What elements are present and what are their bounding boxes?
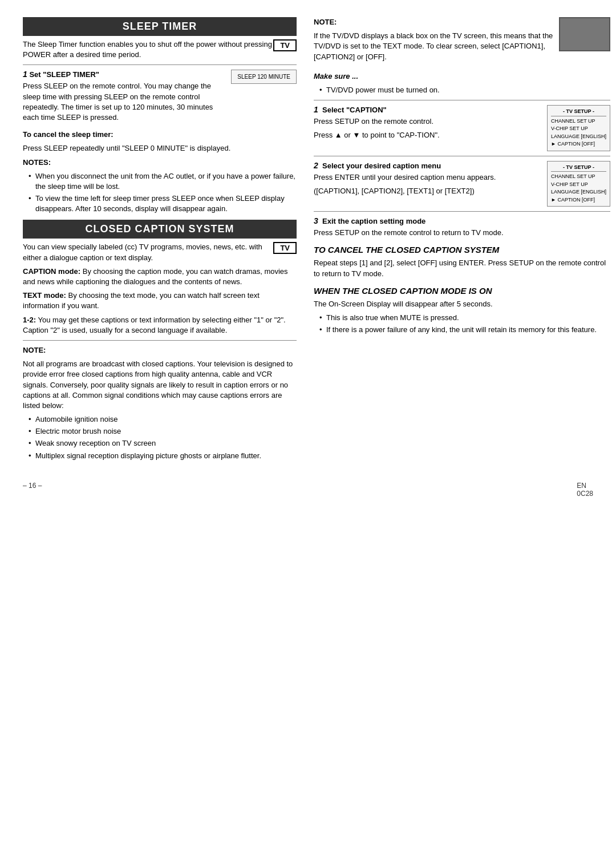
noise-item-4: Multiplex signal reception displaying pi… bbox=[29, 451, 297, 461]
right-column: NOTE: If the TV/DVD displays a black box… bbox=[314, 17, 610, 465]
caption-step1: 1 Select "CAPTION" Press SETUP on the re… bbox=[314, 105, 610, 151]
cancel-section: TO CANCEL THE CLOSED CAPTION SYSTEM Repe… bbox=[314, 245, 610, 278]
footer-page: – 16 – bbox=[23, 482, 42, 498]
step1-heading: 1 Set "SLEEP TIMER" bbox=[23, 70, 225, 79]
closed-caption-header: CLOSED CAPTION SYSTEM bbox=[23, 220, 297, 239]
caption-step3-body: Press SETUP on the remote control to ret… bbox=[314, 228, 610, 238]
sleep-display-text: SLEEP 120 MINUTE bbox=[237, 74, 290, 80]
note-item-2: To view the time left for sleep timer pr… bbox=[29, 193, 297, 214]
caption-mode-para: CAPTION mode: By choosing the caption mo… bbox=[23, 266, 297, 287]
menu2-line2: V-CHIP SET UP bbox=[551, 181, 606, 189]
make-sure-label: Make sure ... bbox=[314, 71, 610, 82]
tv-badge-caption: TV bbox=[273, 242, 297, 254]
step1-number: 1 bbox=[23, 70, 27, 79]
caption-noise-list: Automobile ignition noise Electric motor… bbox=[23, 414, 297, 461]
when-item-1: This is also true when MUTE is pressed. bbox=[319, 313, 610, 323]
divider-right-2 bbox=[314, 156, 610, 156]
sleep-timer-section: SLEEP TIMER TV The Sleep Timer function … bbox=[23, 17, 297, 214]
menu2-line4: ► CAPTION [OFF] bbox=[551, 196, 606, 204]
page-footer: – 16 – EN 0C28 bbox=[23, 482, 593, 498]
sleep-timer-step1-text: 1 Set "SLEEP TIMER" Press SLEEP on the r… bbox=[23, 70, 225, 126]
divider-right-1 bbox=[314, 100, 610, 100]
make-sure-list: TV/DVD power must be turned on. bbox=[314, 85, 610, 95]
text-mode-bold: TEXT mode: bbox=[23, 291, 66, 300]
menu2-line1: CHANNEL SET UP bbox=[551, 173, 606, 181]
divider-1 bbox=[23, 64, 297, 65]
footer-en: EN bbox=[577, 482, 586, 490]
tv-badge-sleep: TV bbox=[273, 39, 297, 51]
caption-step1-title: Select "CAPTION" bbox=[322, 106, 387, 114]
dark-screen-box bbox=[559, 17, 610, 51]
note-item-1: When you disconnect the unit from the AC… bbox=[29, 171, 297, 192]
when-title: WHEN THE CLOSED CAPTION MODE IS ON bbox=[314, 286, 610, 296]
caption-step3-heading: 3 Exit the caption setting mode bbox=[314, 216, 610, 225]
caption-note-text: Not all programs are broadcast with clos… bbox=[23, 359, 297, 411]
menu1-line1: CHANNEL SET UP bbox=[551, 118, 606, 126]
make-sure-block: Make sure ... TV/DVD power must be turne… bbox=[314, 71, 610, 95]
menu2-line3: LANGUAGE [ENGLISH] bbox=[551, 188, 606, 196]
note-body: If the TV/DVD displays a black box on th… bbox=[314, 31, 553, 62]
caption-step2-text: 2 Select your desired caption menu Press… bbox=[314, 161, 541, 200]
caption-step1-heading: 1 Select "CAPTION" bbox=[314, 105, 541, 114]
caption-step1-num: 1 bbox=[314, 105, 318, 114]
note-block: NOTE: If the TV/DVD displays a black box… bbox=[314, 17, 610, 66]
noise-item-3: Weak snowy reception on TV screen bbox=[29, 438, 297, 449]
caption-step3-title: Exit the caption setting mode bbox=[322, 217, 425, 225]
caption-step3: 3 Exit the caption setting mode Press SE… bbox=[314, 216, 610, 238]
text-mode-para: TEXT mode: By choosing the text mode, yo… bbox=[23, 290, 297, 311]
when-section: WHEN THE CLOSED CAPTION MODE IS ON The O… bbox=[314, 286, 610, 336]
caption-step2-heading: 2 Select your desired caption menu bbox=[314, 161, 541, 170]
menu1-line2: V-CHIP SET UP bbox=[551, 125, 606, 133]
menu2-title: - TV SETUP - bbox=[551, 164, 606, 172]
noise-item-1: Automobile ignition noise bbox=[29, 414, 297, 425]
footer-en-code: EN 0C28 bbox=[577, 482, 593, 498]
menu1-title: - TV SETUP - bbox=[551, 108, 606, 116]
tv-setup-menu2: - TV SETUP - CHANNEL SET UP V-CHIP SET U… bbox=[547, 161, 610, 207]
cancel-text: Press SLEEP repeatedly until "SLEEP 0 MI… bbox=[23, 143, 297, 154]
noise-item-2: Electric motor brush noise bbox=[29, 426, 297, 437]
divider-right-3 bbox=[314, 211, 610, 212]
onetwo-text: You may get these captions or text infor… bbox=[23, 316, 286, 334]
left-column: SLEEP TIMER TV The Sleep Timer function … bbox=[23, 17, 297, 465]
caption-step1-body2: Press ▲ or ▼ to point to "CAP-TION". bbox=[314, 130, 541, 140]
caption-step1-text: 1 Select "CAPTION" Press SETUP on the re… bbox=[314, 105, 541, 144]
notes-label: NOTES: bbox=[23, 158, 297, 168]
sleep-timer-intro: The Sleep Timer function enables you to … bbox=[23, 39, 297, 60]
caption-step2-num: 2 bbox=[314, 161, 318, 170]
onetwo-bold: 1-2: bbox=[23, 316, 36, 324]
when-body: The On-Screen Display will disappear aft… bbox=[314, 299, 610, 309]
note-text-block: NOTE: If the TV/DVD displays a black box… bbox=[314, 17, 553, 66]
caption-intro: You can view specially labeled (cc) TV p… bbox=[23, 242, 297, 263]
closed-caption-section: CLOSED CAPTION SYSTEM TV You can view sp… bbox=[23, 220, 297, 461]
sleep-timer-step1: 1 Set "SLEEP TIMER" Press SLEEP on the r… bbox=[23, 70, 297, 126]
caption-step1-body1: Press SETUP on the remote control. bbox=[314, 116, 541, 127]
make-sure-item: TV/DVD power must be turned on. bbox=[319, 85, 610, 95]
menu1-line3: LANGUAGE [ENGLISH] bbox=[551, 133, 606, 141]
sleep-timer-header: SLEEP TIMER bbox=[23, 17, 297, 36]
cancel-title: TO CANCEL THE CLOSED CAPTION SYSTEM bbox=[314, 245, 610, 255]
when-list: This is also true when MUTE is pressed. … bbox=[314, 313, 610, 335]
onetwo-para: 1-2: You may get these captions or text … bbox=[23, 315, 297, 336]
note-label: NOTE: bbox=[314, 18, 337, 26]
sleep-display-box: SLEEP 120 MINUTE bbox=[231, 70, 297, 84]
caption-step3-num: 3 bbox=[314, 216, 318, 225]
step1-title: Set "SLEEP TIMER" bbox=[29, 70, 99, 79]
divider-caption bbox=[23, 340, 297, 341]
sleep-timer-notes: When you disconnect the unit from the AC… bbox=[23, 171, 297, 215]
tv-setup-menu1: - TV SETUP - CHANNEL SET UP V-CHIP SET U… bbox=[547, 105, 610, 151]
step1-body: Press SLEEP on the remote control. You m… bbox=[23, 81, 225, 123]
menu1-line4: ► CAPTION [OFF] bbox=[551, 140, 606, 148]
caption-step2-title: Select your desired caption menu bbox=[322, 161, 441, 170]
caption-step2-body1: Press ENTER until your desired caption m… bbox=[314, 172, 541, 183]
when-item-2: If there is a power failure of any kind,… bbox=[319, 325, 610, 335]
footer-code: 0C28 bbox=[577, 490, 593, 498]
caption-note-label: NOTE: bbox=[23, 345, 297, 356]
cancel-body: Repeat steps [1] and [2], select [OFF] u… bbox=[314, 258, 610, 278]
cancel-heading: To cancel the sleep timer: bbox=[23, 130, 297, 140]
caption-step2-body2: ([CAPTION1], [CAPTION2], [TEXT1] or [TEX… bbox=[314, 186, 541, 196]
caption-step2: 2 Select your desired caption menu Press… bbox=[314, 161, 610, 207]
caption-mode-bold: CAPTION mode: bbox=[23, 267, 80, 276]
